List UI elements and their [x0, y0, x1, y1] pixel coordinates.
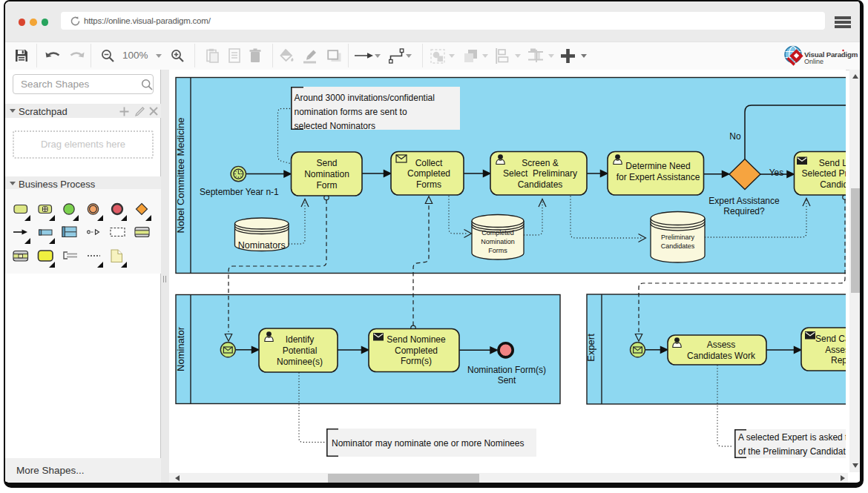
svg-text:Potential: Potential: [283, 345, 318, 356]
svg-text:Preliminary: Preliminary: [661, 234, 695, 241]
svg-text:Candidates: Candidates: [518, 179, 563, 190]
svg-text:Forms: Forms: [416, 179, 441, 190]
svg-text:Nomination: Nomination: [304, 169, 349, 179]
svg-text:for Expert Assistance: for Expert Assistance: [617, 172, 700, 182]
svg-text:Nominators: Nominators: [238, 240, 286, 251]
svg-text:Assess: Assess: [707, 340, 736, 350]
svg-text:Candidates: Candidates: [820, 179, 846, 190]
svg-text:Send: Send: [316, 158, 337, 168]
svg-text:Online: Online: [804, 58, 823, 65]
svg-text:Form(s): Form(s): [401, 356, 432, 366]
svg-text:Collect: Collect: [415, 158, 443, 168]
svg-text:Send Candidates: Send Candidates: [815, 334, 846, 344]
svg-text:Around 3000 invitations/confid: Around 3000 invitations/confidential: [295, 93, 435, 103]
svg-text:Nomination Form(s): Nomination Form(s): [467, 365, 546, 375]
svg-text:Forms: Forms: [488, 247, 507, 254]
svg-text:No: No: [729, 131, 741, 142]
svg-text:September Year n-1: September Year n-1: [200, 187, 279, 197]
svg-text:Expert: Expert: [585, 334, 596, 362]
svg-text:Nobel Committee Medicine: Nobel Committee Medicine: [175, 117, 186, 233]
svg-text:Completed: Completed: [395, 345, 438, 356]
svg-text:Completed: Completed: [407, 168, 450, 179]
svg-text:Determine Need: Determine Need: [625, 161, 690, 171]
svg-text:selected Nominators: selected Nominators: [295, 121, 375, 131]
svg-text:Nominee(s): Nominee(s): [277, 357, 323, 367]
svg-text:Select Preliminary: Select Preliminary: [503, 168, 577, 179]
svg-text:Send List of: Send List of: [819, 158, 846, 168]
svg-text:Selected Preliminary: Selected Preliminary: [801, 168, 846, 179]
svg-text:Candidates: Candidates: [661, 242, 695, 250]
svg-text:Required?: Required?: [723, 206, 765, 216]
svg-text:nomination forms are sent to: nomination forms are sent to: [295, 107, 407, 117]
svg-text:Screen &: Screen &: [522, 158, 558, 168]
svg-text:Sent: Sent: [498, 375, 516, 386]
svg-text:Candidates Work: Candidates Work: [687, 351, 756, 361]
svg-text:Form: Form: [317, 180, 338, 191]
svg-text:Nominator may nominate one or: Nominator may nominate one or more Nomin…: [332, 438, 524, 449]
svg-text:Assessment: Assessment: [825, 345, 846, 355]
svg-text:Send Nominee: Send Nominee: [387, 334, 446, 345]
svg-text:Identify: Identify: [286, 334, 315, 345]
svg-text:Completed: Completed: [481, 229, 514, 236]
svg-text:Report(s): Report(s): [831, 355, 846, 365]
svg-text:of the Preliminary Candidates: of the Preliminary Candidates a: [738, 446, 846, 457]
svg-text:Nomination: Nomination: [481, 238, 515, 245]
svg-text:Yes: Yes: [769, 168, 784, 178]
svg-text:Visual Paradigm: Visual Paradigm: [804, 50, 858, 59]
svg-text:Expert Assistance: Expert Assistance: [708, 196, 780, 206]
svg-text:Nominator: Nominator: [175, 326, 186, 371]
svg-text:A selected Expert is asked to: A selected Expert is asked to as: [738, 432, 846, 443]
